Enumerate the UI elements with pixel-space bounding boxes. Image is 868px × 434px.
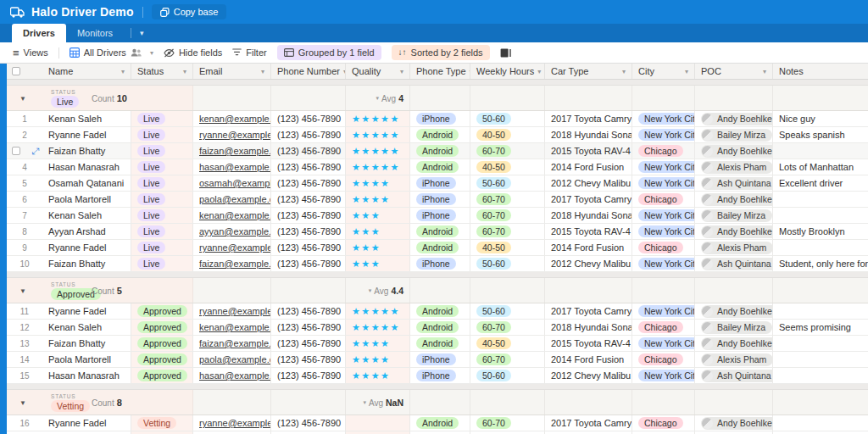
cell-phone-type[interactable]: iPhone	[410, 352, 470, 367]
cell-phone-number[interactable]: (123) 456-7890	[271, 175, 346, 191]
cell-notes[interactable]: Lots of Manhattan	[773, 159, 868, 175]
cell-phone-type[interactable]: iPhone	[410, 175, 470, 191]
cell-status[interactable]: Live	[131, 175, 193, 191]
cell-car-type[interactable]: 2018 Hyundai Sonata	[545, 127, 632, 142]
cell-status[interactable]: Vetting	[131, 415, 193, 431]
cell-notes[interactable]	[773, 240, 868, 255]
table-row[interactable]: 16Ryanne FadelVettingryanne@example.com(…	[7, 415, 868, 431]
cell-poc[interactable]: Ash Quintana	[695, 368, 773, 383]
group-avg-summary[interactable]: ▾AvgNaN	[346, 398, 403, 408]
column-header-phone-number[interactable]: Phone Number▾	[271, 64, 346, 79]
cell-email[interactable]: paola@example.com	[193, 192, 271, 207]
email-link[interactable]: ayyan@example.com	[199, 226, 271, 236]
column-header-status[interactable]: Status▾	[131, 64, 193, 79]
table-row[interactable]: 9Ryanne FadelLiveryanne@example.com(123)…	[7, 240, 868, 256]
email-link[interactable]: kenan@example.com	[199, 210, 271, 220]
column-header-quality[interactable]: Quality▾	[346, 64, 410, 79]
cell-status[interactable]: Approved	[131, 368, 193, 383]
cell-poc[interactable]: Andy Boehlke	[695, 111, 773, 126]
group-avg-summary[interactable]: ▾Avg4.4	[346, 286, 403, 296]
cell-weekly-hours[interactable]: 60-70	[470, 192, 545, 207]
column-header-phone-type[interactable]: Phone Type▾	[410, 64, 470, 79]
cell-phone-number[interactable]: (123) 456-7890	[271, 208, 346, 223]
cell-email[interactable]: kenan@example.com	[193, 208, 271, 223]
row-height-button[interactable]	[500, 48, 511, 58]
cell-status[interactable]: Live	[131, 256, 193, 271]
cell-weekly-hours[interactable]: 60-70	[470, 208, 545, 223]
cell-weekly-hours[interactable]: 50-60	[470, 175, 545, 191]
cell-city[interactable]: New York City	[632, 256, 695, 271]
cell-car-type[interactable]: 2015 Toyota RAV-4	[545, 224, 632, 239]
cell-car-type[interactable]: 2018 Hyundai Sonata	[545, 208, 632, 223]
cell-phone-number[interactable]: (123) 456-7890	[271, 415, 346, 431]
cell-weekly-hours[interactable]: 60-70	[470, 415, 545, 431]
cell-car-type[interactable]: 2012 Chevy Malibu	[545, 256, 632, 271]
cell-status[interactable]: Live	[131, 159, 193, 175]
cell-quality[interactable]: ★★★★	[346, 175, 410, 191]
cell-city[interactable]: Chicago	[632, 352, 695, 367]
cell-phone-type[interactable]: iPhone	[410, 368, 470, 383]
cell-phone-type[interactable]: Android	[410, 415, 470, 431]
cell-email[interactable]: hasan@example.com	[193, 159, 271, 175]
cell-status[interactable]: Live	[131, 111, 193, 126]
email-link[interactable]: osamah@example.com	[199, 178, 271, 188]
cell-city[interactable]: New York City	[632, 208, 695, 223]
cell-notes[interactable]: Excellent driver	[773, 175, 868, 191]
cell-name[interactable]: Hasan Manasrah	[42, 368, 131, 383]
cell-car-type[interactable]: 2018 Hyundai Sonata	[545, 320, 632, 335]
cell-city[interactable]: New York City	[632, 111, 695, 126]
cell-phone-number[interactable]: (123) 456-7890	[271, 240, 346, 255]
cell-name[interactable]: Kenan Saleh	[42, 111, 131, 126]
cell-weekly-hours[interactable]: 50-60	[470, 111, 545, 126]
cell-car-type[interactable]: 2015 Toyota RAV-4	[545, 336, 632, 351]
cell-status[interactable]: Approved	[131, 303, 193, 319]
table-row[interactable]: 11Ryanne FadelApprovedryanne@example.com…	[7, 303, 868, 320]
cell-city[interactable]: Chicago	[632, 240, 695, 255]
cell-quality[interactable]: ★★★★★	[346, 320, 410, 335]
cell-car-type[interactable]: 2017 Toyota Camry	[545, 192, 632, 207]
table-row[interactable]: 5Osamah QatananiLiveosamah@example.com(1…	[7, 175, 868, 192]
cell-name[interactable]: Paola Martorell	[42, 352, 131, 367]
table-row[interactable]: 4Hasan ManasrahLivehasan@example.com(123…	[7, 159, 868, 175]
cell-quality[interactable]: ★★★★★	[346, 143, 410, 159]
cell-email[interactable]: faizan@example.com	[193, 143, 271, 159]
cell-status[interactable]: Live	[131, 208, 193, 223]
email-link[interactable]: paola@example.com	[199, 354, 271, 364]
table-row[interactable]: 7Kenan SalehLivekenan@example.com(123) 4…	[7, 208, 868, 224]
cell-phone-type[interactable]: Android	[410, 143, 470, 159]
group-collapse-caret-icon[interactable]: ▼	[19, 95, 26, 103]
cell-city[interactable]: New York City	[632, 368, 695, 383]
cell-quality[interactable]: ★★★★	[346, 352, 410, 367]
cell-phone-number[interactable]: (123) 456-7890	[271, 224, 346, 239]
email-link[interactable]: ryanne@example.com	[199, 130, 271, 140]
cell-poc[interactable]: Bailey Mirza	[695, 320, 773, 335]
table-row[interactable]: ⤢Faizan BhattyLivefaizan@example.com(123…	[7, 143, 868, 159]
cell-name[interactable]: Ryanne Fadel	[42, 303, 131, 319]
column-header-name[interactable]: Name▾	[42, 64, 131, 79]
cell-city[interactable]: Chicago	[632, 192, 695, 207]
group-collapse-caret-icon[interactable]: ▼	[19, 399, 26, 407]
cell-quality[interactable]: ★★★	[346, 240, 410, 255]
cell-poc[interactable]: Alexis Pham	[695, 352, 773, 367]
cell-city[interactable]: Chicago	[632, 143, 695, 159]
cell-name[interactable]: Faizan Bhatty	[42, 143, 131, 159]
group-button[interactable]: Grouped by 1 field	[277, 45, 381, 60]
cell-name[interactable]: Ryanne Fadel	[42, 127, 131, 142]
cell-email[interactable]: hasan@example.com	[193, 368, 271, 383]
cell-name[interactable]: Kenan Saleh	[42, 320, 131, 335]
cell-phone-type[interactable]: iPhone	[410, 256, 470, 271]
cell-phone-number[interactable]: (123) 456-7890	[271, 159, 346, 175]
column-header-car-type[interactable]: Car Type▾	[545, 64, 632, 79]
cell-name[interactable]: Hasan Manasrah	[42, 159, 131, 175]
cell-car-type[interactable]: 2014 Ford Fusion	[545, 352, 632, 367]
cell-notes[interactable]: Mostly Brooklyn	[773, 224, 868, 239]
cell-phone-number[interactable]: (123) 456-7890	[271, 303, 346, 319]
cell-quality[interactable]: ★★★★★	[346, 127, 410, 142]
cell-phone-type[interactable]: iPhone	[410, 208, 470, 223]
cell-city[interactable]: New York City	[632, 175, 695, 191]
email-link[interactable]: faizan@example.com	[199, 338, 271, 348]
cell-weekly-hours[interactable]: 40-50	[470, 159, 545, 175]
cell-notes[interactable]: Speaks spanish	[773, 127, 868, 142]
cell-status[interactable]: Live	[131, 240, 193, 255]
table-row[interactable]: 2Ryanne FadelLiveryanne@example.com(123)…	[7, 127, 868, 143]
